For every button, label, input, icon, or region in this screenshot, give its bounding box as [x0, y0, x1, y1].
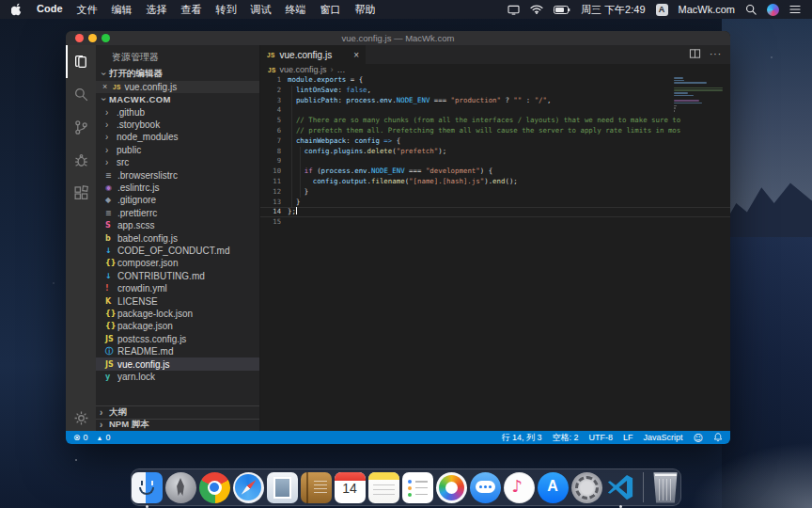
search-icon[interactable]	[745, 4, 757, 15]
dock-trash-icon[interactable]	[650, 472, 681, 503]
breadcrumb-more[interactable]: …	[337, 65, 346, 74]
tree-item-CONTRIBUTING.md[interactable]: ↓CONTRIBUTING.md	[96, 270, 259, 282]
code-line-8: 8 config.plugins.delete("prefetch");	[260, 147, 730, 157]
tree-item-babel.config.js[interactable]: bbabel.config.js	[96, 231, 259, 244]
menu-item-1[interactable]: 文件	[77, 3, 98, 17]
tree-item-.browserslistrc[interactable]: ≡.browserslistrc	[96, 168, 259, 181]
code-line-3: 3 publicPath: process.env.NODE_ENV === "…	[260, 96, 730, 106]
window-title: vue.config.js — MacWk.com	[66, 33, 730, 43]
tree-item-vue.config.js[interactable]: JSvue.config.js	[96, 357, 259, 370]
tab-vue-config-js[interactable]: JS vue.config.js ×	[260, 45, 366, 64]
tree-item-node_modules[interactable]: ›node_modules	[96, 131, 259, 143]
tree-item-package.json[interactable]: {}package.json	[96, 320, 259, 332]
dock-safari-icon[interactable]	[233, 472, 264, 503]
manage-gear-icon[interactable]	[66, 410, 96, 426]
statusbar-item-3[interactable]: LF	[623, 433, 633, 442]
code-editor[interactable]: 1module.exports = {2 lintOnSave: false,3…	[260, 75, 730, 431]
menu-item-9[interactable]: 帮助	[355, 3, 376, 17]
statusbar-item-0[interactable]: 行 14, 列 3	[501, 432, 541, 444]
menu-item-6[interactable]: 调试	[251, 3, 272, 17]
chevron-right-icon: ›	[105, 119, 117, 130]
apple-logo-icon[interactable]	[11, 3, 23, 16]
file-name: app.scss	[117, 220, 154, 230]
dock-launchpad-icon[interactable]	[165, 472, 196, 503]
code-line-11: 11 config.output.filename("[name].[hash]…	[260, 177, 730, 187]
dock-reminders-icon[interactable]	[402, 472, 433, 503]
outline-panel-header[interactable]: › 大纲	[96, 405, 259, 419]
wifi-icon[interactable]	[530, 5, 543, 14]
menu-item-7[interactable]: 终端	[286, 3, 306, 17]
battery-icon[interactable]	[554, 6, 570, 14]
menubar-brand[interactable]: MacWk.com	[679, 4, 736, 15]
explorer-icon[interactable]	[66, 45, 96, 78]
debug-icon[interactable]	[66, 144, 96, 177]
source-control-icon[interactable]	[66, 111, 96, 144]
dock-appstore-icon[interactable]	[538, 472, 569, 503]
tree-item-postcss.config.js[interactable]: JSpostcss.config.js	[96, 333, 259, 345]
menu-item-8[interactable]: 窗口	[320, 3, 341, 17]
extensions-icon[interactable]	[66, 177, 96, 210]
more-actions-icon[interactable]: ···	[710, 52, 722, 57]
errors-status[interactable]: ⊗ 0	[73, 433, 88, 442]
folder-root-header[interactable]: › MACWK.COM	[96, 93, 259, 106]
dock-chrome-icon[interactable]	[199, 472, 230, 503]
warnings-status[interactable]: ▲ 0	[97, 433, 111, 442]
menu-item-4[interactable]: 查看	[181, 3, 202, 17]
input-method-icon[interactable]: A	[656, 4, 668, 16]
close-icon[interactable]: ×	[102, 82, 113, 91]
tree-item-.github[interactable]: ›.github	[96, 106, 259, 119]
dock-finder-icon[interactable]	[132, 472, 163, 503]
menu-item-3[interactable]: 选择	[147, 3, 167, 17]
breadcrumb-file[interactable]: vue.config.js	[280, 65, 327, 74]
dock-mail-icon[interactable]	[267, 472, 298, 503]
tree-item-src[interactable]: ›src	[96, 156, 259, 168]
window-titlebar[interactable]: vue.config.js — MacWk.com	[66, 31, 730, 45]
npm-scripts-panel-header[interactable]: › NPM 脚本	[96, 419, 259, 432]
statusbar-item-4[interactable]: JavaScript	[644, 433, 683, 442]
breadcrumb[interactable]: JS vue.config.js › …	[260, 64, 730, 75]
tree-item-composer.json[interactable]: {}composer.json	[96, 257, 259, 269]
notifications-bell-icon[interactable]	[713, 432, 723, 444]
menu-item-5[interactable]: 转到	[216, 3, 237, 17]
clock[interactable]: 周三 下午2:49	[581, 3, 645, 17]
menu-item-app[interactable]: Code	[37, 3, 63, 17]
notification-center-icon[interactable]	[789, 5, 801, 14]
desktop: Code文件编辑选择查看转到调试终端窗口帮助 周三 下午2:49 A MacWk…	[0, 0, 812, 508]
display-icon[interactable]	[508, 5, 520, 15]
menu-item-2[interactable]: 编辑	[112, 3, 133, 17]
dock-vscode-icon[interactable]	[605, 472, 636, 503]
tab-close-icon[interactable]: ×	[353, 50, 359, 60]
tree-item-crowdin.yml[interactable]: !crowdin.yml	[96, 282, 259, 294]
indent-guide	[291, 86, 292, 208]
tree-item-app.scss[interactable]: Sapp.scss	[96, 219, 259, 231]
tree-item-.gitignore[interactable]: ◆.gitignore	[96, 194, 259, 206]
dock-contacts-icon[interactable]	[301, 472, 332, 503]
js-file-icon: JS	[268, 67, 276, 73]
tree-item-LICENSE[interactable]: KLICENSE	[96, 294, 259, 307]
minimap[interactable]	[674, 77, 723, 115]
dock-calendar-icon[interactable]: 14	[335, 472, 366, 503]
dock-settings-icon[interactable]	[571, 472, 602, 503]
statusbar-item-1[interactable]: 空格: 2	[553, 432, 579, 444]
search-sidebar-icon[interactable]	[66, 78, 96, 111]
statusbar-item-2[interactable]: UTF-8	[589, 433, 614, 442]
feedback-smiley-icon[interactable]: ☺	[694, 433, 703, 443]
dock-photos-icon[interactable]	[436, 472, 467, 503]
open-editor-item[interactable]: × JS vue.config.js	[96, 81, 259, 94]
dock-itunes-icon[interactable]	[504, 472, 535, 503]
tree-item-.prettierrc[interactable]: ≡.prettierrc	[96, 207, 259, 219]
split-editor-icon[interactable]	[689, 46, 701, 63]
tree-item-yarn.lock[interactable]: yyarn.lock	[96, 371, 259, 383]
dock-notes-icon[interactable]	[368, 472, 399, 503]
activity-bar	[66, 45, 96, 431]
tree-item-.storybook[interactable]: ›.storybook	[96, 119, 259, 131]
tree-item-CODE_OF_CONDUCT.md[interactable]: ↓CODE_OF_CONDUCT.md	[96, 245, 259, 257]
siri-icon[interactable]	[767, 4, 779, 16]
file-icon: y	[105, 373, 117, 381]
open-editors-header[interactable]: › 打开的编辑器	[96, 68, 259, 81]
tree-item-README.md[interactable]: ⓘREADME.md	[96, 345, 259, 357]
tree-item-public[interactable]: ›public	[96, 144, 259, 156]
tree-item-.eslintrc.js[interactable]: ◉.eslintrc.js	[96, 182, 259, 194]
tree-item-package-lock.json[interactable]: {}package-lock.json	[96, 308, 259, 320]
dock-messages-icon[interactable]	[470, 472, 501, 503]
